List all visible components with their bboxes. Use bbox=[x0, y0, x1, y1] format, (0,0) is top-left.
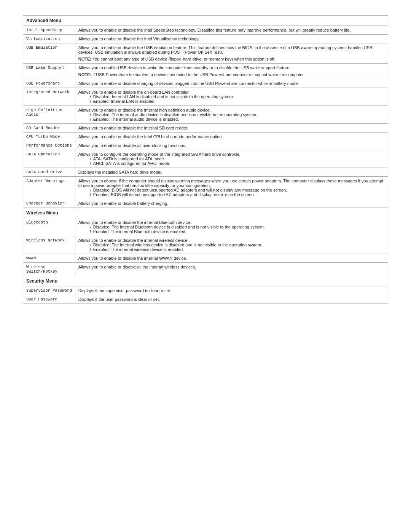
bullet-item: AHCI: SATA is configured for AHCI mode. bbox=[86, 161, 385, 166]
row-label: Adapter Warnings bbox=[23, 177, 75, 199]
row-label: USB Wake Support bbox=[23, 64, 75, 79]
row-description: Allows you to enable USB devices to wake… bbox=[75, 64, 388, 79]
table-row: High DefinitionAudioAllows you to enable… bbox=[23, 106, 388, 124]
table-row: Performance OptionsAllows you to enable … bbox=[23, 141, 388, 150]
row-description: Allows you to enable or disable the inte… bbox=[75, 254, 388, 263]
row-label: USB PowerShare bbox=[23, 79, 75, 88]
row-description: Allows you to configure the operating mo… bbox=[75, 150, 388, 168]
row-description: Allows you to enable or disable the USB … bbox=[75, 43, 388, 64]
bullet-item: Enabled: Internal LAN is enabled. bbox=[86, 99, 385, 104]
row-label: Virtualization bbox=[23, 35, 75, 43]
row-description: Allows you to enable or disable the inte… bbox=[75, 218, 388, 236]
table-row: VirtualizationAllows you to enable or di… bbox=[23, 35, 388, 43]
bullet-item: Disabled: The internal wireless device i… bbox=[86, 243, 385, 247]
row-description: Allows you to enable or disable charging… bbox=[75, 79, 388, 88]
row-label: High DefinitionAudio bbox=[23, 106, 75, 124]
table-row: Supervisor PasswordDisplays if the super… bbox=[23, 286, 388, 295]
row-label: Wireless Network bbox=[23, 236, 75, 254]
row-description: Allows you to enable or disable the inte… bbox=[75, 236, 388, 254]
table-row: Intel SpeedStepAllows you to enable or d… bbox=[23, 26, 388, 35]
row-description: Allows you to choose if the computer sho… bbox=[75, 177, 388, 199]
section-header-wireless-menu: Wireless Menu bbox=[23, 208, 388, 218]
table-row: Integrated NetworkAllows you to enable o… bbox=[23, 88, 388, 106]
section-header-advanced-menu: Advanced Menu bbox=[23, 16, 388, 26]
row-label: SD Card Reader bbox=[23, 124, 75, 133]
row-label: CPU Turbo Mode bbox=[23, 133, 75, 141]
bios-reference-table: Advanced MenuIntel SpeedStepAllows you t… bbox=[23, 15, 388, 304]
row-label: SATA Operation bbox=[23, 150, 75, 168]
table-row: SATA OperationAllows you to configure th… bbox=[23, 150, 388, 168]
table-row: WirelessSwitch/HotkeyAllows you to enabl… bbox=[23, 263, 388, 276]
bullet-item: Disabled: The internal Bluetooth device … bbox=[86, 225, 385, 229]
section-header-security-menu: Security Menu bbox=[23, 276, 388, 286]
bullet-item: Disabled: The internal audio device is d… bbox=[86, 112, 385, 117]
row-description: Allows you to enable or disable all over… bbox=[75, 141, 388, 150]
table-row: Charger BehaviorAllows you to enable or … bbox=[23, 199, 388, 208]
table-row: Wireless NetworkAllows you to enable or … bbox=[23, 236, 388, 254]
row-description: Allows you to enable or disable the Inte… bbox=[75, 26, 388, 35]
row-description: Allows you to enable or disable battery … bbox=[75, 199, 388, 208]
table-row: BluetoothAllows you to enable or disable… bbox=[23, 218, 388, 236]
table-row: SD Card ReaderAllows you to enable or di… bbox=[23, 124, 388, 133]
note-text: NOTE: If USB Powershare is enabled, a de… bbox=[78, 72, 385, 77]
row-label: Supervisor Password bbox=[23, 286, 75, 295]
row-label: Intel SpeedStep bbox=[23, 26, 75, 35]
bullet-item: ATA: SATA is configured for ATA mode. bbox=[86, 157, 385, 161]
row-description: Allows you to enable or disable the Inte… bbox=[75, 35, 388, 43]
row-description: Allows you to enable or disable all the … bbox=[75, 263, 388, 276]
row-label: SATA Hard Drive bbox=[23, 168, 75, 177]
row-label: Bluetooth bbox=[23, 218, 75, 236]
table-row: USB PowerShareAllows you to enable or di… bbox=[23, 79, 388, 88]
row-label: Charger Behavior bbox=[23, 199, 75, 208]
bullet-item: Disabled: BIOS will not detect unsupport… bbox=[86, 188, 385, 192]
row-description: Allows you to enable or disable the inte… bbox=[75, 106, 388, 124]
row-label: USB Emulation bbox=[23, 43, 75, 64]
row-description: Allows you to enable or disable the inte… bbox=[75, 124, 388, 133]
bullet-item: Disabled: Internal LAN is disabled and i… bbox=[86, 94, 385, 99]
table-row: SATA Hard DriveDisplays the installed SA… bbox=[23, 168, 388, 177]
bullet-item: Enabled: The internal Bluetooth device i… bbox=[86, 229, 385, 234]
bullet-item: Enabled: BIOS will detect unsupported AC… bbox=[86, 192, 385, 197]
table-row: USB Wake SupportAllows you to enable USB… bbox=[23, 64, 388, 79]
row-label: Performance Options bbox=[23, 141, 75, 150]
row-description: Displays if the user password is clear o… bbox=[75, 295, 388, 304]
bullet-item: Enabled: The internal audio device is en… bbox=[86, 117, 385, 121]
row-label: Integrated Network bbox=[23, 88, 75, 106]
row-description: Allows you to enable or disable the Inte… bbox=[75, 133, 388, 141]
bullet-item: Enabled: The internal wireless device is… bbox=[86, 247, 385, 252]
note-text: NOTE: You cannot boot any type of USB de… bbox=[78, 57, 385, 61]
table-row: User PasswordDisplays if the user passwo… bbox=[23, 295, 388, 304]
row-label: WirelessSwitch/Hotkey bbox=[23, 263, 75, 276]
table-row: USB EmulationAllows you to enable or dis… bbox=[23, 43, 388, 64]
table-row: CPU Turbo ModeAllows you to enable or di… bbox=[23, 133, 388, 141]
row-description: Displays the installed SATA hard drive m… bbox=[75, 168, 388, 177]
table-row: WWANAllows you to enable or disable the … bbox=[23, 254, 388, 263]
table-row: Adapter WarningsAllows you to choose if … bbox=[23, 177, 388, 199]
row-description: Displays if the supervisor password is c… bbox=[75, 286, 388, 295]
row-label: User Password bbox=[23, 295, 75, 304]
row-description: Allows you to enable or disable the on-b… bbox=[75, 88, 388, 106]
row-label: WWAN bbox=[23, 254, 75, 263]
